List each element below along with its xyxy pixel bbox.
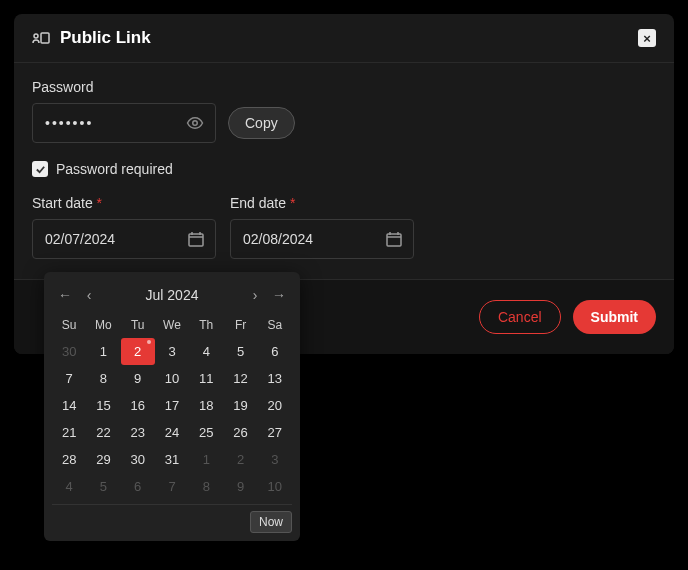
modal-body: Password Copy Password re [14,63,674,279]
close-icon: × [643,32,651,45]
calendar-day[interactable]: 4 [52,473,86,500]
chevron-right-icon: › [253,287,258,303]
calendar-footer: Now [52,504,292,535]
prev-month-button[interactable]: ‹ [78,284,100,306]
calendar-day[interactable]: 4 [189,338,223,365]
password-row: Copy [32,103,656,143]
next-month-button[interactable]: › [244,284,266,306]
svg-rect-4 [387,234,401,246]
calendar-day[interactable]: 5 [86,473,120,500]
calendar-day[interactable]: 24 [155,419,189,446]
calendar-grid: SuMoTuWeThFrSa30123456789101112131415161… [52,312,292,500]
start-date-calendar-button[interactable] [184,227,208,251]
calendar-day[interactable]: 1 [189,446,223,473]
prev-year-button[interactable]: ← [54,284,76,306]
date-row: Start date * End date * [32,195,656,259]
svg-point-0 [34,34,38,38]
svg-rect-1 [41,33,49,43]
calendar-day[interactable]: 26 [223,419,257,446]
end-date-calendar-button[interactable] [382,227,406,251]
calendar-day[interactable]: 30 [121,446,155,473]
calendar-day[interactable]: 27 [258,419,292,446]
submit-button[interactable]: Submit [573,300,656,334]
date-picker-popup: ← ‹ Jul 2024 › → SuMoTuWeThFrSa301234567… [44,272,300,541]
calendar-day[interactable]: 30 [52,338,86,365]
calendar-day[interactable]: 10 [258,473,292,500]
calendar-day[interactable]: 13 [258,365,292,392]
copy-button[interactable]: Copy [228,107,295,139]
calendar-day[interactable]: 1 [86,338,120,365]
calendar-day[interactable]: 11 [189,365,223,392]
calendar-day[interactable]: 19 [223,392,257,419]
start-date-input-wrap [32,219,216,259]
svg-point-2 [193,121,198,126]
calendar-month-label[interactable]: Jul 2024 [146,287,199,303]
calendar-day[interactable]: 6 [258,338,292,365]
calendar-day[interactable]: 29 [86,446,120,473]
calendar-day[interactable]: 8 [189,473,223,500]
calendar-day[interactable]: 7 [155,473,189,500]
calendar-nav-right: › → [244,284,290,306]
calendar-day[interactable]: 15 [86,392,120,419]
calendar-dow: Fr [223,312,257,338]
password-required-label: Password required [56,161,173,177]
calendar-dow: Su [52,312,86,338]
calendar-icon [386,231,402,247]
calendar-day[interactable]: 31 [155,446,189,473]
password-label: Password [32,79,656,95]
calendar-day[interactable]: 10 [155,365,189,392]
calendar-day[interactable]: 9 [223,473,257,500]
calendar-day[interactable]: 8 [86,365,120,392]
modal-header: Public Link × [14,14,674,63]
calendar-day[interactable]: 22 [86,419,120,446]
calendar-day[interactable]: 3 [155,338,189,365]
eye-icon [186,114,204,132]
calendar-day[interactable]: 5 [223,338,257,365]
end-date-input-wrap [230,219,414,259]
calendar-nav: ← ‹ Jul 2024 › → [52,280,292,312]
end-date-field: End date * [230,195,414,259]
chevron-double-right-icon: → [272,287,286,303]
password-required-checkbox[interactable] [32,161,48,177]
chevron-double-left-icon: ← [58,287,72,303]
calendar-day[interactable]: 14 [52,392,86,419]
start-date-label-text: Start date [32,195,93,211]
required-indicator: * [290,195,295,211]
now-button[interactable]: Now [250,511,292,533]
calendar-nav-left: ← ‹ [54,284,100,306]
start-date-label: Start date * [32,195,216,211]
calendar-dow: Mo [86,312,120,338]
modal-title: Public Link [60,28,151,48]
calendar-day[interactable]: 20 [258,392,292,419]
password-input-wrap [32,103,216,143]
calendar-day[interactable]: 7 [52,365,86,392]
end-date-label: End date * [230,195,414,211]
calendar-icon [188,231,204,247]
calendar-dow: Tu [121,312,155,338]
calendar-day[interactable]: 12 [223,365,257,392]
calendar-day[interactable]: 28 [52,446,86,473]
start-date-field: Start date * [32,195,216,259]
calendar-day[interactable]: 9 [121,365,155,392]
calendar-day[interactable]: 21 [52,419,86,446]
calendar-day[interactable]: 2 [223,446,257,473]
calendar-day[interactable]: 23 [121,419,155,446]
next-year-button[interactable]: → [268,284,290,306]
calendar-day[interactable]: 3 [258,446,292,473]
calendar-day[interactable]: 2 [121,338,155,365]
modal-title-wrap: Public Link [32,28,151,48]
share-icon [32,31,50,45]
required-indicator: * [97,195,102,211]
toggle-password-visibility[interactable] [182,110,208,136]
calendar-day[interactable]: 16 [121,392,155,419]
chevron-left-icon: ‹ [87,287,92,303]
close-button[interactable]: × [638,29,656,47]
calendar-day[interactable]: 18 [189,392,223,419]
svg-rect-3 [189,234,203,246]
calendar-day[interactable]: 6 [121,473,155,500]
check-icon [35,164,46,175]
calendar-day[interactable]: 25 [189,419,223,446]
calendar-day[interactable]: 17 [155,392,189,419]
password-required-row: Password required [32,161,656,177]
cancel-button[interactable]: Cancel [479,300,561,334]
